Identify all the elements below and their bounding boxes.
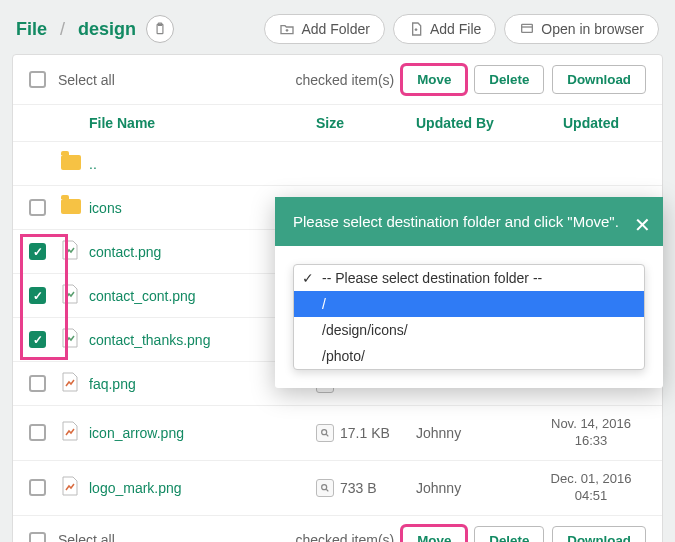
action-bar-bottom: Select all checked item(s) Move Delete D…	[13, 516, 662, 542]
delete-button[interactable]: Delete	[474, 526, 544, 542]
file-name[interactable]: icon_arrow.png	[89, 425, 316, 441]
open-browser-label: Open in browser	[541, 21, 644, 37]
updated-by: Johnny	[416, 480, 536, 496]
folder-icon	[61, 155, 89, 173]
col-filename[interactable]: File Name	[89, 115, 316, 131]
move-button[interactable]: Move	[402, 526, 466, 542]
updated-time: Dec. 01, 201604:51	[536, 471, 646, 505]
modal-title: Please select destination folder and cli…	[293, 213, 619, 230]
breadcrumb-current[interactable]: design	[78, 19, 136, 39]
table-row: ..	[13, 142, 662, 186]
select-all-label: Select all	[58, 532, 115, 542]
row-checkbox[interactable]	[29, 199, 46, 216]
svg-point-5	[322, 484, 327, 489]
col-updated[interactable]: Updated	[536, 115, 646, 131]
file-icon	[61, 328, 89, 351]
dropdown-option[interactable]: /design/icons/	[294, 317, 644, 343]
updated-by: Johnny	[416, 425, 536, 441]
svg-point-4	[322, 430, 327, 435]
open-browser-button[interactable]: Open in browser	[504, 14, 659, 44]
top-bar: File / design Add Folder Add File Open i…	[0, 0, 675, 54]
preview-icon[interactable]	[316, 424, 334, 442]
row-checkbox[interactable]	[29, 243, 46, 260]
file-icon	[61, 421, 89, 444]
select-all-label: Select all	[58, 72, 115, 88]
row-checkbox[interactable]	[29, 375, 46, 392]
dropdown-option[interactable]: /photo/	[294, 343, 644, 369]
breadcrumb-sep: /	[60, 19, 65, 39]
download-button[interactable]: Download	[552, 65, 646, 94]
file-size: 17.1 KB	[316, 424, 416, 442]
download-button[interactable]: Download	[552, 526, 646, 542]
row-checkbox[interactable]	[29, 331, 46, 348]
add-folder-label: Add Folder	[301, 21, 369, 37]
updated-time: Nov. 14, 201616:33	[536, 416, 646, 450]
add-file-label: Add File	[430, 21, 481, 37]
destination-dropdown[interactable]: -- Please select destination folder -- /…	[293, 264, 645, 370]
select-all-checkbox[interactable]	[29, 532, 46, 542]
action-bar-top: Select all checked item(s) Move Delete D…	[13, 55, 662, 105]
folder-icon	[61, 199, 89, 217]
table-row: icon_arrow.png17.1 KBJohnnyNov. 14, 2016…	[13, 406, 662, 461]
breadcrumb-root[interactable]: File	[16, 19, 47, 39]
move-modal: Please select destination folder and cli…	[275, 197, 663, 388]
file-icon	[61, 476, 89, 499]
col-updatedby[interactable]: Updated By	[416, 115, 536, 131]
file-icon	[61, 284, 89, 307]
table-header: File Name Size Updated By Updated	[13, 105, 662, 142]
file-icon	[61, 372, 89, 395]
close-icon[interactable]: ✕	[634, 211, 651, 239]
table-row: logo_mark.png733 BJohnnyDec. 01, 201604:…	[13, 461, 662, 516]
file-name[interactable]: logo_mark.png	[89, 480, 316, 496]
dropdown-placeholder[interactable]: -- Please select destination folder --	[294, 265, 644, 291]
breadcrumb: File / design	[16, 19, 136, 40]
svg-rect-2	[522, 24, 533, 32]
delete-button[interactable]: Delete	[474, 65, 544, 94]
modal-body: -- Please select destination folder -- /…	[275, 246, 663, 388]
clipboard-icon[interactable]	[146, 15, 174, 43]
file-icon	[61, 240, 89, 263]
row-checkbox[interactable]	[29, 287, 46, 304]
row-checkbox[interactable]	[29, 479, 46, 496]
checked-items-label: checked item(s)	[295, 532, 394, 542]
dropdown-option[interactable]: /	[294, 291, 644, 317]
file-name[interactable]: ..	[89, 156, 316, 172]
move-button[interactable]: Move	[402, 65, 466, 94]
select-all-checkbox[interactable]	[29, 71, 46, 88]
add-file-button[interactable]: Add File	[393, 14, 496, 44]
modal-header: Please select destination folder and cli…	[275, 197, 663, 246]
col-size[interactable]: Size	[316, 115, 416, 131]
add-folder-button[interactable]: Add Folder	[264, 14, 384, 44]
preview-icon[interactable]	[316, 479, 334, 497]
file-size: 733 B	[316, 479, 416, 497]
checked-items-label: checked item(s)	[295, 72, 394, 88]
row-checkbox[interactable]	[29, 424, 46, 441]
